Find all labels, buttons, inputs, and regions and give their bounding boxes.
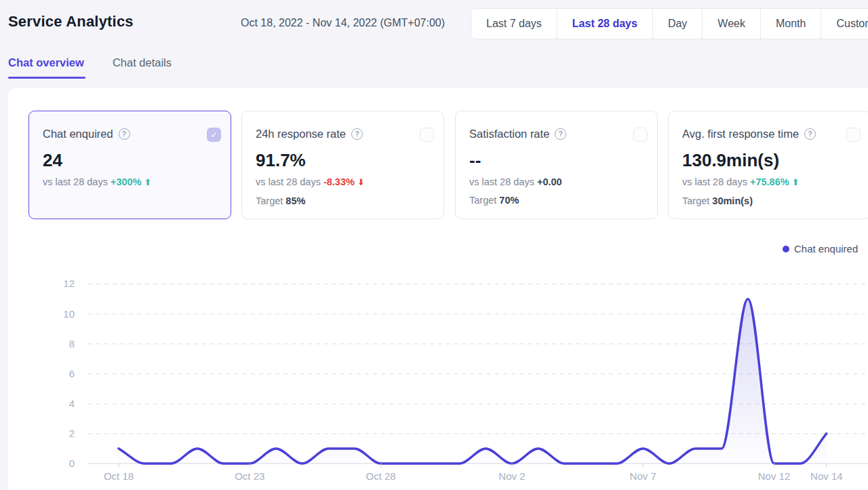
target-value: 30min(s) xyxy=(712,195,753,206)
svg-text:Oct 23: Oct 23 xyxy=(235,470,264,482)
range-button-custom[interactable]: Custom xyxy=(821,9,868,39)
range-button-last-28-days[interactable]: Last 28 days xyxy=(557,9,652,39)
compare-value: +300% xyxy=(111,176,142,187)
arrow-up-icon: ⬆ xyxy=(792,177,800,187)
card-title: 24h response rate xyxy=(256,128,346,140)
page-title: Service Analytics xyxy=(8,13,134,31)
metric-card-avg-first-response-time[interactable]: Avg. first response time ? 130.9min(s) v… xyxy=(668,111,868,219)
date-range-button-group: Last 7 days Last 28 days Day Week Month … xyxy=(471,8,868,39)
tab-chat-details[interactable]: Chat details xyxy=(113,56,172,79)
svg-text:6: 6 xyxy=(69,368,75,379)
metric-value: 24 xyxy=(43,150,217,170)
svg-text:Nov 12: Nov 12 xyxy=(758,470,791,482)
compare-label: vs last 28 days xyxy=(256,176,321,187)
help-icon[interactable]: ? xyxy=(119,128,130,140)
metric-card-24h-response-rate[interactable]: 24h response rate ? 91.7% vs last 28 day… xyxy=(241,111,444,219)
svg-text:4: 4 xyxy=(69,398,75,409)
card-checkbox[interactable] xyxy=(420,128,434,142)
compare-value: +75.86% xyxy=(750,176,789,187)
card-title: Satisfaction rate xyxy=(469,128,549,140)
range-button-last-7-days[interactable]: Last 7 days xyxy=(471,9,557,39)
card-title: Avg. first response time xyxy=(682,128,799,140)
target-value: 85% xyxy=(285,195,305,206)
compare-value: +0.00 xyxy=(537,176,562,187)
compare-label: vs last 28 days xyxy=(682,176,747,187)
arrow-up-icon: ⬆ xyxy=(144,177,152,187)
tab-bar: Chat overview Chat details xyxy=(8,56,172,79)
help-icon[interactable]: ? xyxy=(804,128,816,140)
card-checkbox[interactable] xyxy=(633,128,648,142)
tab-chat-overview[interactable]: Chat overview xyxy=(8,56,84,79)
svg-text:12: 12 xyxy=(63,278,75,289)
arrow-down-icon: ⬇ xyxy=(357,177,365,187)
content-panel: Chat enquired ? ✓ 24 vs last 28 days +30… xyxy=(8,88,868,490)
card-title: Chat enquired xyxy=(43,128,113,140)
card-checkbox[interactable] xyxy=(846,128,861,142)
range-button-month[interactable]: Month xyxy=(760,9,821,39)
legend-label: Chat enquired xyxy=(794,243,858,255)
compare-label: vs last 28 days xyxy=(469,176,534,187)
card-checkbox[interactable]: ✓ xyxy=(207,128,221,142)
compare-value: -8.33% xyxy=(323,176,355,187)
help-icon[interactable]: ? xyxy=(555,128,566,140)
svg-text:Nov 2: Nov 2 xyxy=(498,470,525,482)
target-label: Target xyxy=(682,195,709,206)
target-value: 70% xyxy=(499,195,519,206)
svg-text:Nov 7: Nov 7 xyxy=(630,470,656,482)
metric-value: 91.7% xyxy=(256,150,430,170)
metric-card-satisfaction-rate[interactable]: Satisfaction rate ? -- vs last 28 days +… xyxy=(455,111,658,219)
target-label: Target xyxy=(256,195,283,206)
legend-item-chat-enquired[interactable]: Chat enquired xyxy=(783,243,858,255)
line-chart[interactable]: 024681012Oct 18Oct 23Oct 28Nov 2Nov 7Nov… xyxy=(49,274,868,490)
date-range-label: Oct 18, 2022 - Nov 14, 2022 (GMT+07:00) xyxy=(241,17,445,29)
svg-text:Nov 14: Nov 14 xyxy=(810,470,843,482)
svg-text:2: 2 xyxy=(69,428,75,439)
help-icon[interactable]: ? xyxy=(351,128,363,140)
range-button-week[interactable]: Week xyxy=(702,9,760,39)
svg-text:Oct 28: Oct 28 xyxy=(366,470,396,482)
legend-dot-icon xyxy=(783,246,789,252)
svg-text:0: 0 xyxy=(69,457,75,469)
svg-text:Oct 18: Oct 18 xyxy=(104,470,134,482)
range-button-day[interactable]: Day xyxy=(652,9,702,39)
metric-card-chat-enquired[interactable]: Chat enquired ? ✓ 24 vs last 28 days +30… xyxy=(28,111,231,219)
compare-label: vs last 28 days xyxy=(43,176,108,187)
svg-text:10: 10 xyxy=(63,308,75,320)
metric-value: -- xyxy=(469,150,644,170)
target-label: Target xyxy=(469,195,496,206)
svg-text:8: 8 xyxy=(69,338,75,350)
metric-value: 130.9min(s) xyxy=(682,150,856,170)
